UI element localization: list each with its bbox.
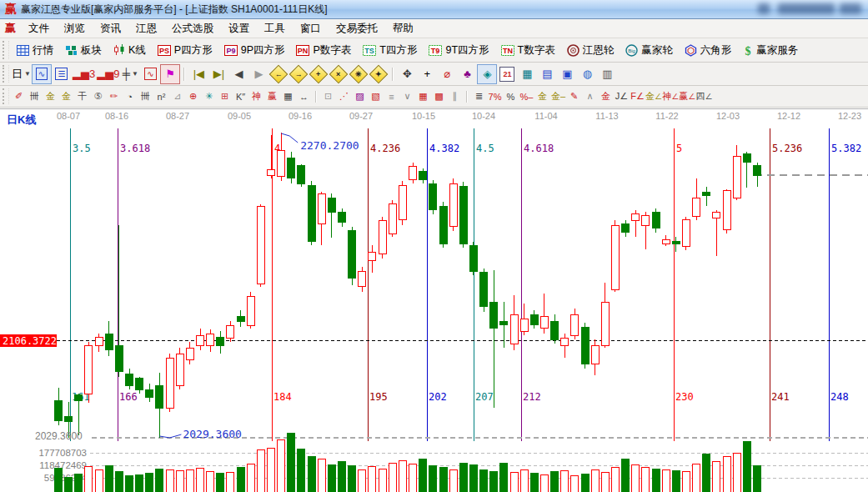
menu-设置[interactable]: 设置 — [221, 20, 257, 38]
win-gauge-tool[interactable]: 赢 — [264, 88, 280, 105]
protractor-tool[interactable]: ⊿ — [169, 88, 185, 105]
f-angle-tool[interactable]: F∠ — [630, 88, 645, 105]
grid-box-tool[interactable]: ⊞ — [217, 88, 233, 105]
gold-circle-tool[interactable]: 金 — [534, 88, 550, 105]
tool-hexagon[interactable]: 六角形 — [679, 40, 738, 60]
gold-angle-tool[interactable]: 金∠ — [645, 88, 662, 105]
red-grid-tool[interactable]: ▦ — [415, 88, 431, 105]
menu-浏览[interactable]: 浏览 — [57, 20, 93, 38]
crosshair-tool[interactable]: + — [418, 65, 436, 83]
wave-v-tool[interactable]: ∨ — [399, 88, 415, 105]
menu-帮助[interactable]: 帮助 — [385, 20, 421, 38]
toolbar-grip[interactable] — [3, 41, 9, 59]
menu-工具[interactable]: 工具 — [257, 20, 293, 38]
gold-line-tool[interactable]: 金– — [550, 88, 566, 105]
menu-资讯[interactable]: 资讯 — [93, 20, 128, 38]
shen-gauge-tool[interactable]: 神 — [248, 88, 264, 105]
diamond-expand-button[interactable]: + — [309, 65, 328, 83]
info-panel[interactable]: ☰ — [53, 65, 71, 83]
j-angle-tool[interactable]: J∠ — [614, 88, 630, 105]
toolbar-grip[interactable] — [3, 88, 9, 104]
gold-gauge2-tool[interactable]: 金 — [58, 88, 74, 105]
zoom-out-tool[interactable]: ⌀ — [438, 65, 456, 83]
map-view-tool[interactable]: ◈ — [478, 65, 496, 83]
ruler-tool[interactable]: 卌 — [27, 88, 43, 105]
ruler2-tool[interactable]: 卌 — [138, 88, 153, 105]
stamp-tool[interactable]: ♣ — [458, 65, 476, 83]
web-button[interactable]: ◍ — [578, 65, 596, 83]
window-control-blur[interactable] — [778, 3, 835, 14]
diamond-right-button[interactable]: → — [289, 65, 308, 83]
print-button[interactable]: ▥ — [598, 65, 616, 83]
percent-tool[interactable]: % — [503, 88, 519, 105]
gold-red-tool[interactable]: 金 — [598, 88, 614, 105]
box-grid-tool[interactable]: ⊡ — [320, 88, 336, 105]
step-forward-button[interactable]: ▶ — [249, 65, 268, 83]
circle-cross-tool[interactable]: ⊕ — [185, 88, 201, 105]
tool-gann-wheel[interactable]: 江恩轮 — [561, 40, 620, 60]
wave-a-tool[interactable]: ∧ — [582, 88, 598, 105]
menu-江恩[interactable]: 江恩 — [128, 20, 164, 38]
spiral5-tool[interactable]: ⑤ — [90, 88, 106, 105]
win-angle-tool[interactable]: 赢∠ — [679, 88, 695, 105]
tool-t-table[interactable]: TNT数字表 — [495, 40, 561, 60]
diamond-left-button[interactable]: ← — [269, 65, 288, 83]
hand-tool[interactable]: ✥ — [398, 65, 416, 83]
go-first-button[interactable]: |◀ — [189, 65, 208, 83]
period-day-dropdown[interactable]: 日▼ — [12, 65, 31, 83]
menu-窗口[interactable]: 窗口 — [293, 20, 329, 38]
tool-9t-square[interactable]: T99T四方形 — [423, 40, 494, 60]
tool-sectors[interactable]: 板块 — [59, 40, 108, 60]
star-rays-tool[interactable]: ✳ — [201, 88, 217, 105]
f-gauge-tool[interactable]: 干 — [74, 88, 90, 105]
width-arrows-tool[interactable]: ↔ — [296, 88, 312, 105]
diamond-compress-button[interactable]: × — [329, 65, 348, 83]
diamond-fit-button[interactable]: ✦ — [369, 65, 388, 83]
window-control-blur[interactable] — [840, 3, 861, 14]
candle-style-dropdown[interactable]: ╪▼ — [121, 65, 139, 83]
wave-3-tool[interactable]: ▂▅3 — [73, 65, 95, 83]
marker-tool[interactable]: ✏ — [106, 88, 122, 105]
brush2-tool[interactable]: ✎ — [566, 88, 582, 105]
diamond-star-button[interactable]: ✳ — [349, 65, 368, 83]
red-fanbox-tool[interactable]: ▧ — [368, 88, 384, 105]
step-back-button[interactable]: ◀ — [229, 65, 248, 83]
zigzag-tool[interactable]: ∿ — [33, 65, 51, 83]
percent7-tool[interactable]: 7% — [487, 88, 503, 105]
red-wave-tool[interactable]: ∿ — [141, 65, 159, 83]
purple-fanbox-tool[interactable]: ▨ — [352, 88, 368, 105]
time-cycle-tool[interactable]: ◔ — [122, 88, 138, 105]
percent-line-tool[interactable]: %– — [519, 88, 534, 105]
red-fan-tool[interactable]: ⋰ — [336, 88, 352, 105]
notes-button[interactable]: ▤ — [538, 65, 556, 83]
window-control-blur[interactable] — [758, 3, 770, 14]
go-last-button[interactable]: ▶| — [209, 65, 228, 83]
pencil-fan-tool[interactable]: ≡ — [384, 88, 399, 105]
menu-交易委托[interactable]: 交易委托 — [329, 20, 385, 38]
square-n2-tool[interactable]: n² — [153, 88, 169, 105]
red-grid2-tool[interactable]: ▩ — [431, 88, 447, 105]
toolbar-grip[interactable] — [3, 65, 9, 83]
tool-9p-square[interactable]: P99P四方形 — [218, 40, 291, 60]
shen-angle-tool[interactable]: 神∠ — [662, 88, 679, 105]
volume-profile-tool[interactable]: ⚑ — [161, 65, 179, 83]
four-angle-tool[interactable]: 四∠ — [695, 88, 712, 105]
tool-t-square[interactable]: TST四方形 — [357, 40, 423, 60]
menu-公式选股[interactable]: 公式选股 — [164, 20, 221, 38]
tool-winner-wheel[interactable]: Big赢家轮 — [620, 40, 679, 60]
tool-p-square[interactable]: PSP四方形 — [152, 40, 218, 60]
calendar-button[interactable]: 21 — [498, 65, 516, 83]
tool-kline[interactable]: K线 — [108, 40, 152, 60]
brush-tool[interactable]: ✐ — [11, 88, 27, 105]
wave-9-tool[interactable]: ▂▅9 — [97, 65, 119, 83]
save-button[interactable]: ▣ — [558, 65, 576, 83]
depth-list-tool[interactable]: ≣ — [471, 88, 487, 105]
tool-p-table[interactable]: PNP数字表 — [290, 40, 357, 60]
calculator-button[interactable]: ▦ — [518, 65, 536, 83]
k-mark-tool[interactable]: K″ — [233, 88, 248, 105]
parallel-lines-tool[interactable]: ∥ — [447, 88, 463, 105]
grid-123-tool[interactable]: ▦ — [280, 88, 296, 105]
gold-gauge-tool[interactable]: 金 — [43, 88, 58, 105]
menu-文件[interactable]: 文件 — [21, 20, 57, 38]
tool-quotes[interactable]: 行情 — [11, 40, 59, 60]
